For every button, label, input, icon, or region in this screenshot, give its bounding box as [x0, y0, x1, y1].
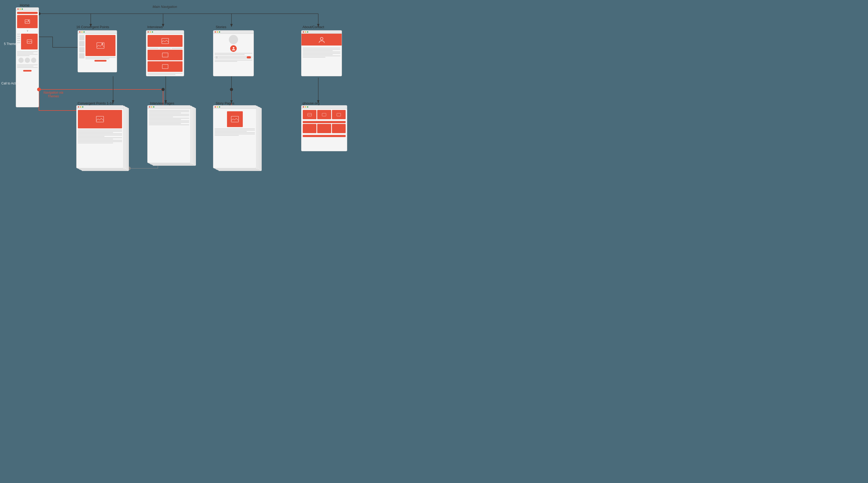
svg-rect-20 [162, 53, 168, 57]
convergent-16-label: 16 Convergent Points [76, 25, 109, 29]
home-label: Home [20, 3, 29, 7]
svg-rect-25 [231, 116, 239, 122]
five-themes-label: 5 Themes [4, 42, 18, 46]
svg-rect-21 [162, 64, 168, 69]
main-nav-label: Main Navigation [153, 5, 177, 9]
svg-rect-24 [96, 116, 104, 122]
ghouse-label: ghouse.org [303, 101, 319, 105]
themes-connector [37, 88, 41, 91]
convergent-16-card [78, 30, 117, 72]
story-pages-label: Story Pages [216, 101, 235, 105]
call-to-action-label: Call to Action [1, 82, 20, 85]
svg-point-23 [320, 37, 323, 40]
svg-point-8 [230, 88, 233, 91]
svg-rect-17 [97, 42, 104, 49]
svg-rect-28 [337, 113, 341, 116]
about-contact-card [301, 30, 342, 76]
home-card: ∨ [16, 7, 39, 107]
interviews-label: Interviews [147, 25, 163, 29]
svg-point-7 [161, 88, 165, 91]
ghouse-card [301, 105, 347, 151]
story-pages-stack [213, 105, 262, 174]
interview-pages-stack [147, 105, 196, 169]
convergent-pages-label: Convergent Points 1-16 [78, 101, 114, 105]
diagram-container: Home Main Navigation ∨ [0, 0, 434, 241]
about-contact-label: About/Contact [303, 25, 324, 29]
svg-rect-27 [322, 113, 326, 116]
stories-label: Stories [216, 25, 226, 29]
interviews-card [146, 30, 184, 76]
nav-via-themes-label: Navigation via Themes [43, 91, 63, 98]
stories-card [213, 30, 254, 76]
svg-point-22 [233, 47, 235, 49]
svg-point-15 [28, 20, 29, 21]
interview-pages-label: Interview Pages [150, 101, 175, 105]
convergent-pages-stack [76, 105, 129, 174]
svg-point-18 [101, 43, 103, 45]
